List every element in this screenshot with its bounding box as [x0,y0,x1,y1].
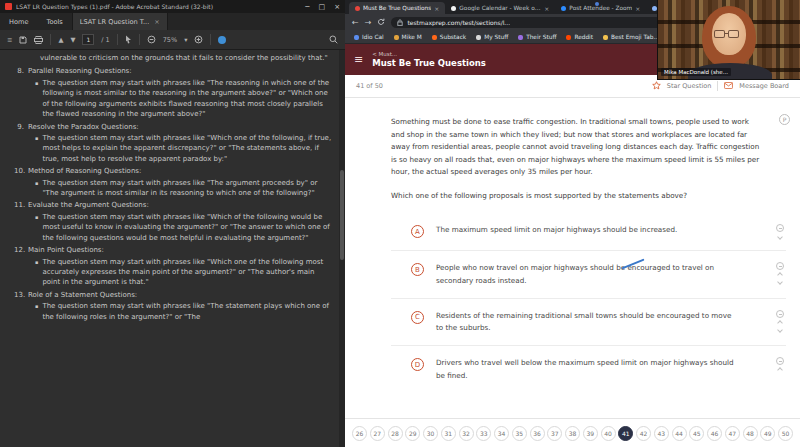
question-content: P Something must be done to ease traffic… [345,98,800,418]
answer-letter-a[interactable]: A [411,225,424,238]
answer-row-c[interactable]: C Residents of the remaining traditional… [391,298,786,345]
bookmark-favicon [566,35,571,40]
question-number-button[interactable]: 28 [388,426,403,441]
eliminate-answer-icon[interactable] [776,310,784,318]
zoom-caret-icon[interactable]: ▾ [184,36,187,44]
bookmark-item[interactable]: Idio Cal [354,34,384,40]
answer-letter-b[interactable]: B [411,263,424,276]
chevron-up-icon[interactable] [777,273,783,279]
close-document-icon[interactable]: × [154,18,159,26]
question-number-button[interactable]: 42 [636,426,651,441]
tab-close-icon[interactable]: × [635,5,640,12]
close-icon[interactable]: × [334,3,340,11]
pdf-section-body: The question stem may start with phrases… [42,212,333,243]
chevron-down-icon[interactable] [777,327,783,333]
question-number-button[interactable]: 40 [601,426,616,441]
search-icon[interactable] [329,35,338,44]
bookmark-item[interactable]: Reddit [566,34,593,40]
sidebar-toggle-icon[interactable]: ≡ [7,36,12,44]
tab-close-icon[interactable]: × [544,5,549,12]
question-number-button[interactable]: 49 [760,426,775,441]
acrobat-home-tab[interactable]: Home [0,13,37,30]
previous-page-icon[interactable]: ▲ [58,36,63,44]
eliminate-answer-icon[interactable] [776,262,784,270]
minimize-icon[interactable]: ─ [305,3,309,11]
question-number-button[interactable]: 46 [707,426,722,441]
tab-close-icon[interactable]: × [434,5,439,12]
page-number-input[interactable]: 1 [82,34,94,45]
maximize-icon[interactable]: □ [319,3,326,11]
question-number-button[interactable]: 47 [725,426,740,441]
browser-tab[interactable]: Post Attendee - Zoom × [555,2,646,14]
pdf-section-number: 9. [14,122,28,165]
question-number-button[interactable]: 26 [352,426,367,441]
bookmark-label: Best Emoji Tab... [611,34,659,40]
star-question-label[interactable]: Star Question [667,82,711,90]
question-number-button[interactable]: 33 [476,426,491,441]
answer-letter-c[interactable]: C [411,311,424,324]
print-icon[interactable] [34,36,43,44]
answer-text-d: Drivers who travel well below the maximu… [436,357,736,381]
question-number-button[interactable]: 36 [530,426,545,441]
question-number-button[interactable]: 45 [689,426,704,441]
save-icon[interactable] [19,36,27,44]
answer-row-b[interactable]: B People who now travel on major highway… [391,250,786,297]
pdf-section-number: 13. [14,290,28,322]
answer-row-a[interactable]: A The maximum speed limit on major highw… [391,213,786,250]
pdf-page[interactable]: vulnerable to criticism on the grounds t… [0,50,345,447]
acrobat-window-title: LSAT LR Question Types (1).pdf - Adobe A… [16,3,301,10]
zoom-in-icon[interactable] [194,35,203,44]
chevron-down-icon[interactable] [777,280,783,286]
zoom-level-dropdown[interactable]: 75% [163,36,177,44]
select-tool-icon[interactable] [125,35,132,44]
bookmark-item[interactable]: Their Stuff [518,34,556,40]
question-number-button[interactable]: 30 [423,426,438,441]
menu-icon[interactable]: ≡ [354,53,363,66]
question-number-button[interactable]: 41 [618,426,633,441]
chevron-down-icon[interactable] [777,235,783,241]
answer-text-b: People who now travel on major highways … [436,262,736,286]
answer-letter-d[interactable]: D [411,358,424,371]
question-number-button[interactable]: 48 [743,426,758,441]
passage-tool-icon[interactable]: P [779,114,790,125]
breadcrumb[interactable]: < Must... [372,51,486,57]
question-number-button[interactable]: 50 [778,426,793,441]
next-page-icon[interactable]: ▼ [70,36,75,44]
message-board-label[interactable]: Message Board [739,82,789,90]
question-number-button[interactable]: 32 [459,426,474,441]
pdf-section: 11. Evaluate the Argument Questions: ▪ T… [14,200,333,243]
question-number-button[interactable]: 34 [494,426,509,441]
question-number-button[interactable]: 38 [565,426,580,441]
page-title: Must Be True Questions [372,58,486,68]
pdf-scrollbar-thumb[interactable] [340,170,344,260]
refresh-icon[interactable] [377,18,385,28]
question-number-button[interactable]: 29 [405,426,420,441]
bookmark-item[interactable]: Substack [432,34,466,40]
bookmark-item[interactable]: Best Emoji Tab... [603,34,659,40]
question-number-button[interactable]: 37 [547,426,562,441]
tab-label: Post Attendee - Zoom [569,5,632,11]
back-icon[interactable]: ← [352,19,359,27]
question-number-button[interactable]: 35 [512,426,527,441]
star-question-icon[interactable] [652,81,661,92]
question-number-button[interactable]: 31 [441,426,456,441]
browser-tab[interactable]: Must Be True Questions × [349,2,445,14]
question-number-button[interactable]: 39 [583,426,598,441]
question-number-button[interactable]: 27 [370,426,385,441]
question-number-button[interactable]: 43 [654,426,669,441]
chevron-up-icon[interactable] [777,368,783,374]
browser-tab[interactable]: Google Calendar - Week of Jul × [445,2,555,14]
forward-icon[interactable]: → [365,19,372,27]
acrobat-document-tab[interactable]: LSAT LR Question T... × [72,13,168,30]
eliminate-answer-icon[interactable] [776,224,784,232]
active-tool-icon[interactable] [218,36,226,44]
question-number-button[interactable]: 44 [672,426,687,441]
zoom-out-icon[interactable] [147,35,156,44]
bookmark-item[interactable]: My Stuff [476,34,508,40]
message-board-icon[interactable] [724,82,733,91]
eliminate-answer-icon[interactable] [776,357,784,365]
acrobat-tools-tab[interactable]: Tools [37,13,71,30]
bookmark-item[interactable]: Mike M [394,34,422,40]
answer-row-d[interactable]: D Drivers who travel well below the maxi… [391,345,786,392]
chevron-up-icon[interactable] [777,320,783,326]
